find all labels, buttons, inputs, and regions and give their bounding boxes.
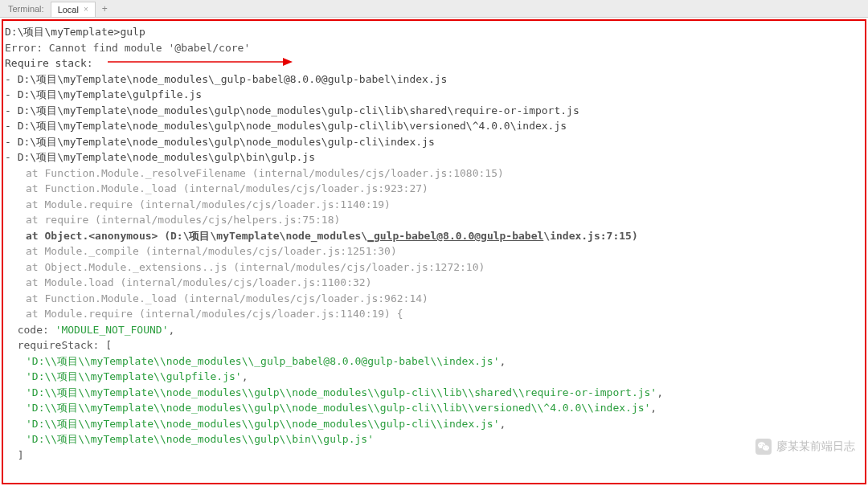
at-line: at Module.require (internal/modules/cjs/… — [5, 197, 863, 213]
bold-at-suffix: \index.js:7:15) — [543, 230, 637, 242]
at-line: at Function.Module._load (internal/modul… — [5, 291, 863, 307]
require-stack-item: 'D:\\项目\\myTemplate\\node_modules\\gulp\… — [5, 385, 863, 401]
comma: , — [242, 370, 248, 382]
at-line: at Module._compile (internal/modules/cjs… — [5, 243, 863, 259]
code-label: code: — [5, 324, 55, 336]
code-line: code: 'MODULE_NOT_FOUND', — [5, 322, 863, 338]
require-stack-close: ] — [5, 447, 863, 464]
watermark-text: 廖某某前端日志 — [776, 438, 855, 455]
cmd-line: D:\项目\myTemplate>gulp — [5, 24, 863, 40]
stack-item-text: 'D:\\项目\\myTemplate\\node_modules\\gulp\… — [26, 433, 374, 445]
require-stack-item: 'D:\\项目\\myTemplate\\node_modules\\_gulp… — [5, 353, 863, 370]
close-icon[interactable]: × — [84, 5, 88, 14]
comma: , — [657, 386, 663, 398]
stack-path: - D:\项目\myTemplate\node_modules\_gulp-ba… — [5, 71, 863, 88]
bold-at-prefix: at Object.<anonymous> (D:\项目\myTemplate\… — [26, 230, 367, 242]
at-line: at Module.load (internal/modules/cjs/loa… — [5, 275, 863, 291]
code-value: 'MODULE_NOT_FOUND' — [55, 324, 169, 336]
comma: , — [500, 418, 506, 430]
add-tab-button[interactable]: + — [96, 1, 114, 17]
require-stack-label: Require stack: — [5, 55, 863, 71]
bold-at-underlined: _gulp-babel@8.0.0@gulp-babel — [367, 230, 543, 242]
require-stack-item: 'D:\\项目\\myTemplate\\node_modules\\gulp\… — [5, 400, 863, 416]
terminal-tab-bar: Terminal: Local × + — [0, 0, 868, 18]
stack-path: - D:\项目\myTemplate\node_modules\gulp\nod… — [5, 118, 863, 134]
stack-item-text: 'D:\\项目\\myTemplate\\gulpfile.js' — [26, 370, 242, 382]
require-stack-item: 'D:\\项目\\myTemplate\\node_modules\\gulp\… — [5, 431, 863, 447]
at-line-bold: at Object.<anonymous> (D:\项目\myTemplate\… — [5, 228, 863, 244]
tab-local-label: Local — [58, 5, 79, 14]
comma: , — [500, 355, 506, 367]
stack-path: - D:\项目\myTemplate\node_modules\gulp\nod… — [5, 134, 863, 150]
require-stack-open: requireStack: [ — [5, 337, 863, 353]
stack-item-text: 'D:\\项目\\myTemplate\\node_modules\\_gulp… — [26, 355, 500, 367]
stack-path: - D:\项目\myTemplate\node_modules\gulp\bin… — [5, 149, 863, 165]
require-stack-item: 'D:\\项目\\myTemplate\\gulpfile.js', — [5, 369, 863, 385]
app-root: Terminal: Local × + D:\项目\myTemplate>gul… — [0, 0, 868, 486]
at-line: at Function.Module._load (internal/modul… — [5, 181, 863, 197]
code-comma: , — [169, 324, 175, 336]
watermark: 廖某某前端日志 — [755, 438, 855, 455]
wechat-icon — [755, 439, 772, 455]
at-line: at require (internal/modules/cjs/helpers… — [5, 212, 863, 228]
at-line: at Function.Module._resolveFilename (int… — [5, 165, 863, 182]
at-line: at Object.Module._extensions..js (intern… — [5, 259, 863, 276]
comma: , — [650, 402, 657, 414]
at-line: at Module.require (internal/modules/cjs/… — [5, 306, 863, 322]
stack-item-text: 'D:\\项目\\myTemplate\\node_modules\\gulp\… — [26, 418, 500, 430]
stack-item-text: 'D:\\项目\\myTemplate\\node_modules\\gulp\… — [26, 402, 650, 414]
stack-path: - D:\项目\myTemplate\gulpfile.js — [5, 87, 863, 103]
terminal-output[interactable]: D:\项目\myTemplate>gulp Error: Cannot find… — [2, 19, 866, 484]
require-stack-item: 'D:\\项目\\myTemplate\\node_modules\\gulp\… — [5, 416, 863, 432]
error-line: Error: Cannot find module '@babel/core' — [5, 40, 863, 56]
tab-local[interactable]: Local × — [51, 2, 96, 17]
terminal-title-label: Terminal: — [2, 2, 51, 16]
stack-item-text: 'D:\\项目\\myTemplate\\node_modules\\gulp\… — [26, 386, 657, 398]
stack-path: - D:\项目\myTemplate\node_modules\gulp\nod… — [5, 103, 863, 119]
